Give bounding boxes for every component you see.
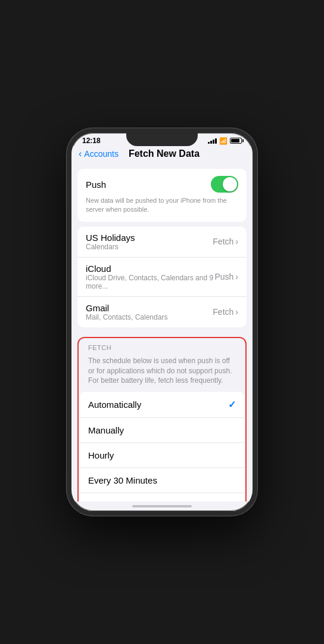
fetch-option-label: Automatically <box>88 400 141 410</box>
fetch-option-label: Hourly <box>88 450 114 460</box>
phone-frame: 12:18 📶 ‹ Accounts Fetch New Data Push <box>67 128 257 516</box>
chevron-left-icon: ‹ <box>79 148 82 159</box>
account-info-us-holidays: US Holidays Calendars <box>86 233 135 251</box>
account-info-icloud: iCloud iCloud Drive, Contacts, Calendars… <box>86 264 214 290</box>
fetch-option-hourly[interactable]: Hourly <box>80 443 244 468</box>
signal-bars-icon <box>208 138 217 144</box>
account-name: Gmail <box>86 303 167 313</box>
fetch-options: Automatically ✓ Manually Hourly Every 30… <box>80 392 244 501</box>
notch <box>126 133 198 146</box>
fetch-description: The schedule below is used when push is … <box>80 354 244 392</box>
push-section: Push New data will be pushed to your iPh… <box>77 169 247 222</box>
toggle-knob <box>223 177 237 191</box>
account-row[interactable]: Gmail Mail, Contacts, Calendars Fetch › <box>77 297 247 327</box>
back-button[interactable]: ‹ Accounts <box>79 148 119 159</box>
account-action-icloud: Push › <box>214 272 238 281</box>
fetch-option-label: Every 15 Minutes <box>88 500 157 501</box>
account-sub: Calendars <box>86 243 135 251</box>
account-action-gmail: Fetch › <box>213 307 238 317</box>
fetch-section: FETCH The schedule below is used when pu… <box>77 337 247 501</box>
account-sub: Mail, Contacts, Calendars <box>86 313 167 321</box>
nav-bar: ‹ Accounts Fetch New Data <box>71 146 253 164</box>
fetch-option-label: Every 30 Minutes <box>88 475 157 485</box>
push-toggle[interactable] <box>211 176 238 193</box>
account-name: US Holidays <box>86 233 135 243</box>
chevron-right-icon: › <box>235 307 238 317</box>
fetch-option-label: Manually <box>88 425 124 435</box>
fetch-label: Fetch <box>213 307 233 317</box>
accounts-section: US Holidays Calendars Fetch › iCloud iCl… <box>77 227 247 327</box>
fetch-label: Fetch <box>213 237 233 246</box>
fetch-option-automatically[interactable]: Automatically ✓ <box>80 392 244 418</box>
push-row: Push <box>86 176 238 193</box>
chevron-right-icon: › <box>235 237 238 246</box>
content-area: Push New data will be pushed to your iPh… <box>71 164 253 501</box>
fetch-option-every-15[interactable]: Every 15 Minutes <box>80 493 244 501</box>
account-name: iCloud <box>86 264 214 274</box>
fetch-option-manually[interactable]: Manually <box>80 418 244 443</box>
account-row[interactable]: US Holidays Calendars Fetch › <box>77 227 247 258</box>
wifi-icon: 📶 <box>219 137 228 145</box>
push-label: Push <box>214 272 233 281</box>
fetch-header: FETCH <box>80 339 244 354</box>
account-info-gmail: Gmail Mail, Contacts, Calendars <box>86 303 167 321</box>
push-label: Push <box>86 179 106 190</box>
checkmark-icon: ✓ <box>228 399 236 410</box>
fetch-option-every-30[interactable]: Every 30 Minutes <box>80 468 244 493</box>
back-label[interactable]: Accounts <box>84 149 119 159</box>
fetch-section-bordered: FETCH The schedule below is used when pu… <box>77 337 247 501</box>
chevron-right-icon: › <box>235 272 238 281</box>
account-sub: iCloud Drive, Contacts, Calendars and 9 … <box>86 274 214 290</box>
status-icons: 📶 <box>208 137 242 145</box>
home-indicator <box>132 505 192 507</box>
push-description: New data will be pushed to your iPhone f… <box>86 196 238 215</box>
status-time: 12:18 <box>82 137 101 145</box>
account-row[interactable]: iCloud iCloud Drive, Contacts, Calendars… <box>77 258 247 297</box>
battery-icon <box>230 138 242 144</box>
page-title: Fetch New Data <box>119 148 210 159</box>
account-action-us-holidays: Fetch › <box>213 237 238 246</box>
